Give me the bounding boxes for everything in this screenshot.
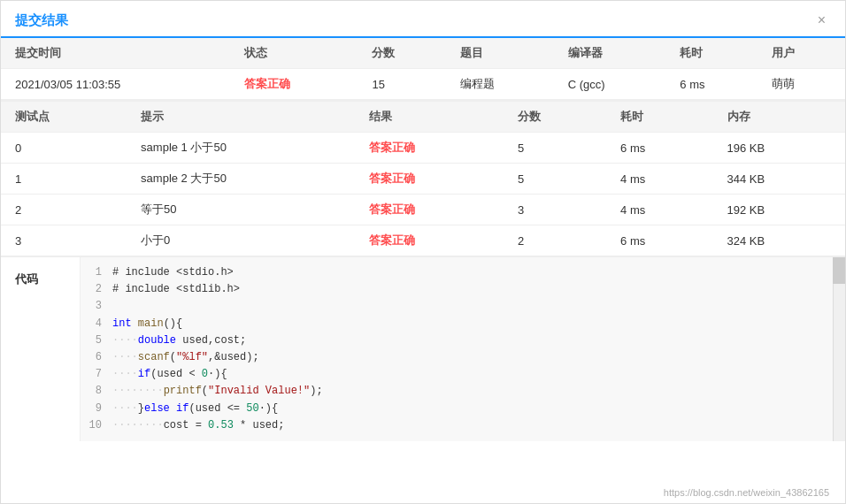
sub-row-id: 2 (1, 195, 127, 225)
sub-row-hint: sample 1 小于50 (127, 133, 355, 164)
sub-row-result: 答案正确 (355, 133, 504, 164)
code-line: 6 ····scanf("%lf",&used); (81, 349, 845, 366)
row-compiler: C (gcc) (554, 69, 666, 100)
sub-col-hint: 提示 (127, 102, 355, 133)
watermark: https://blog.csdn.net/weixin_43862165 (664, 487, 829, 498)
col-time: 提交时间 (1, 38, 230, 69)
code-line: 8 ········printf("Invalid Value!"); (81, 383, 845, 400)
line-content: # include <stdlib.h> (112, 281, 240, 298)
line-number: 1 (88, 264, 112, 281)
subtest-section: 测试点 提示 结果 分数 耗时 内存 0 sample 1 小于50 答案正确 … (1, 100, 845, 256)
subtest-row: 0 sample 1 小于50 答案正确 5 6 ms 196 KB (1, 133, 845, 164)
sub-row-id: 0 (1, 133, 127, 164)
row-status: 答案正确 (230, 69, 358, 100)
line-content: int main(){ (112, 316, 182, 332)
row-user: 萌萌 (758, 69, 846, 100)
main-table-row: 2021/03/05 11:03:55 答案正确 15 编程题 C (gcc) … (1, 69, 845, 100)
sub-row-result: 答案正确 (355, 195, 504, 225)
col-compiler: 编译器 (554, 38, 666, 69)
line-number: 3 (88, 298, 112, 315)
sub-row-memory: 192 KB (713, 195, 845, 225)
code-area[interactable]: 1 # include <stdio.h> 2 # include <stdli… (81, 257, 845, 441)
sub-row-time: 4 ms (606, 195, 712, 225)
line-content: ····double used,cost; (112, 332, 246, 349)
code-line: 1 # include <stdio.h> (81, 264, 845, 281)
line-content: # include <stdio.h> (112, 264, 234, 281)
subtest-row: 1 sample 2 大于50 答案正确 5 4 ms 344 KB (1, 164, 845, 195)
subtest-row: 3 小于0 答案正确 2 6 ms 324 KB (1, 225, 845, 256)
code-line: 5 ····double used,cost; (81, 332, 845, 349)
subtest-table-header: 测试点 提示 结果 分数 耗时 内存 (1, 102, 845, 133)
line-content: ····scanf("%lf",&used); (112, 349, 259, 366)
line-number: 5 (88, 332, 112, 349)
line-number: 10 (88, 417, 112, 434)
col-status: 状态 (230, 38, 358, 69)
sub-row-hint: 等于50 (127, 195, 355, 225)
sub-row-score: 5 (504, 164, 606, 195)
sub-row-score: 3 (504, 195, 606, 225)
line-number: 2 (88, 281, 112, 298)
col-timecost: 耗时 (665, 38, 757, 69)
line-number: 6 (88, 349, 112, 366)
sub-row-score: 5 (504, 133, 606, 164)
line-content: ····if(used < 0·){ (112, 366, 227, 383)
sub-row-time: 4 ms (606, 164, 712, 195)
sub-col-score: 分数 (504, 102, 606, 133)
sub-row-result: 答案正确 (355, 164, 504, 195)
sub-col-id: 测试点 (1, 102, 127, 133)
sub-row-hint: sample 2 大于50 (127, 164, 355, 195)
code-line: 9 ····}else if(used <= 50·){ (81, 401, 845, 417)
col-problem: 题目 (446, 38, 554, 69)
line-content: ····}else if(used <= 50·){ (112, 401, 278, 417)
line-content: ········printf("Invalid Value!"); (112, 383, 323, 400)
row-timecost: 6 ms (665, 69, 757, 100)
sub-col-memory: 内存 (713, 102, 845, 133)
sub-row-score: 2 (504, 225, 606, 256)
subtest-table: 测试点 提示 结果 分数 耗时 内存 0 sample 1 小于50 答案正确 … (1, 102, 845, 256)
code-line: 10 ········cost = 0.53 * used; (81, 417, 845, 434)
row-score: 15 (358, 69, 445, 100)
code-section: 代码 1 # include <stdio.h> 2 # include <st… (1, 256, 845, 441)
code-line: 4 int main(){ (81, 316, 845, 332)
col-user: 用户 (758, 38, 846, 69)
sub-row-id: 3 (1, 225, 127, 256)
sub-row-hint: 小于0 (127, 225, 355, 256)
col-score: 分数 (358, 38, 445, 69)
sub-row-memory: 196 KB (713, 133, 845, 164)
dialog: 提交结果 × 提交时间 状态 分数 题目 编译器 耗时 用户 2021/03/0… (0, 0, 846, 504)
line-number: 7 (88, 366, 112, 383)
sub-row-time: 6 ms (606, 133, 712, 164)
row-problem: 编程题 (446, 69, 554, 100)
sub-col-result: 结果 (355, 102, 504, 133)
close-button[interactable]: × (812, 11, 831, 29)
subtest-row: 2 等于50 答案正确 3 4 ms 192 KB (1, 195, 845, 225)
sub-row-time: 6 ms (606, 225, 712, 256)
main-table: 提交时间 状态 分数 题目 编译器 耗时 用户 2021/03/05 11:03… (1, 38, 845, 100)
scrollbar[interactable] (833, 257, 845, 441)
code-lines: 1 # include <stdio.h> 2 # include <stdli… (81, 257, 845, 441)
row-time: 2021/03/05 11:03:55 (1, 69, 230, 100)
dialog-header: 提交结果 × (1, 1, 845, 38)
line-content: ········cost = 0.53 * used; (112, 417, 284, 434)
line-number: 9 (88, 401, 112, 417)
sub-row-memory: 324 KB (713, 225, 845, 256)
scrollbar-thumb[interactable] (833, 257, 845, 284)
line-number: 8 (88, 383, 112, 400)
dialog-title: 提交结果 (15, 12, 68, 29)
code-label: 代码 (1, 257, 81, 441)
code-line: 3 (81, 298, 845, 315)
sub-col-time: 耗时 (606, 102, 712, 133)
sub-row-id: 1 (1, 164, 127, 195)
sub-row-result: 答案正确 (355, 225, 504, 256)
sub-row-memory: 344 KB (713, 164, 845, 195)
line-number: 4 (88, 316, 112, 332)
code-line: 2 # include <stdlib.h> (81, 281, 845, 298)
code-line: 7 ····if(used < 0·){ (81, 366, 845, 383)
main-table-header: 提交时间 状态 分数 题目 编译器 耗时 用户 (1, 38, 845, 69)
subtest-table-body: 0 sample 1 小于50 答案正确 5 6 ms 196 KB 1 sam… (1, 133, 845, 256)
